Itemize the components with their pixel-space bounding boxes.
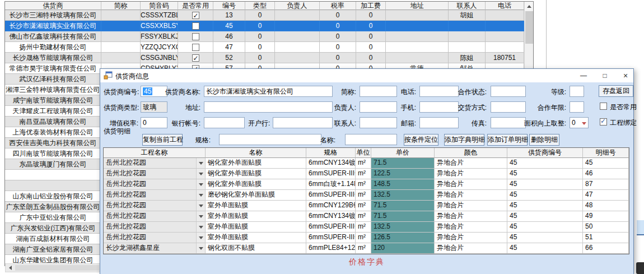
detail-cell-color[interactable]: 异地合片	[435, 169, 507, 179]
bank-input[interactable]	[273, 117, 333, 128]
project-combo[interactable]: 岳州北控花园	[104, 233, 206, 243]
cell-contact[interactable]	[449, 21, 486, 31]
detail-cell-supplier_no[interactable]: 45	[507, 201, 583, 211]
common-checkbox[interactable]	[192, 33, 199, 40]
add-dictionary-detail-button[interactable]: 添加字典明细	[444, 134, 484, 146]
delete-detail-button[interactable]: 删除明细	[529, 134, 559, 146]
cell-fee[interactable]: 0	[356, 21, 386, 31]
detail-cell-name[interactable]: 钢化室外单面贴膜	[206, 169, 306, 179]
cell-supplier[interactable]: 四川南玻节能玻璃有限公司	[5, 148, 101, 159]
detail-row[interactable]: 岳州北控花园磨砂钢化室外单面贴膜6mmSUPER-III+12A(硅...m²1…	[104, 190, 629, 201]
cell-supplier[interactable]: 长沙晟格节能玻璃有限公司	[5, 53, 101, 63]
cell-fee[interactable]: 0	[356, 31, 386, 42]
cell-supplier[interactable]	[5, 180, 101, 191]
column-header-addr[interactable]: 地址	[386, 2, 449, 10]
detail-cell-spec[interactable]: 6mmSUPER-III+12A(硅...	[306, 169, 356, 179]
detail-column-header-supplier_no[interactable]: 供货商编号	[507, 148, 583, 158]
table-row[interactable]: 长沙晟格节能玻璃有限公司CSSGJNBLYXGS52000陈姐180751	[5, 53, 524, 63]
detail-cell-color[interactable]: 异地合片	[435, 233, 507, 243]
cell-code[interactable]: CSSGJNBLYXGS	[141, 53, 178, 63]
cell-contact[interactable]: 胡姐	[449, 10, 486, 21]
detail-cell-price[interactable]: 122.5	[371, 169, 435, 179]
column-header-phone[interactable]: 电话	[486, 2, 524, 10]
detail-cell-color[interactable]: 异地合片	[435, 211, 507, 222]
cell-type[interactable]: 0	[245, 53, 275, 63]
cell-phone[interactable]	[486, 21, 524, 31]
cell-supplier[interactable]: 天津耀皮工程玻璃有限公司	[5, 106, 101, 117]
cell-supplier[interactable]: 广东兴发铝业(江西)有限公司	[5, 223, 101, 234]
cell-abbr[interactable]	[101, 10, 141, 21]
cell-code[interactable]: FSSYXBLKJ...	[141, 31, 178, 42]
detail-cell-name[interactable]: 室外单面贴膜	[206, 211, 306, 222]
common-checkbox[interactable]	[192, 54, 199, 62]
cell-tax[interactable]: 0	[320, 42, 356, 53]
cell-manager[interactable]	[275, 10, 320, 21]
maximize-button[interactable]: □	[596, 69, 613, 82]
project-combo[interactable]: 岳州北控花园	[104, 190, 206, 201]
cell-supplier[interactable]: 上海优泰装饰材料有限公司	[5, 127, 101, 138]
detail-cell-detail_no[interactable]: 47	[583, 190, 629, 201]
detail-cell-price[interactable]: 126.5	[371, 233, 435, 243]
supplier-name-input[interactable]	[204, 86, 333, 97]
column-header-common[interactable]: 是否常用	[178, 2, 213, 10]
detail-column-header-color[interactable]: 颜色	[435, 148, 507, 158]
detail-cell-supplier_no[interactable]: 45	[507, 233, 583, 243]
cell-code[interactable]: CSSXXBLSY...	[141, 21, 178, 31]
column-header-fee[interactable]: 加工费	[356, 2, 386, 10]
column-header-id[interactable]: 编号	[213, 2, 245, 10]
cell-abbr[interactable]	[101, 42, 141, 53]
cell-supplier[interactable]: 扬州中勤建材有限公司	[5, 42, 101, 53]
detail-row[interactable]: 岳州北控花园室外单面贴膜6mmSUPER-III+12A(硅...m²132.5…	[104, 222, 629, 233]
copy-current-project-button[interactable]: 复制当前工程	[142, 134, 183, 146]
detail-column-header-spec[interactable]: 规格	[306, 148, 356, 158]
cell-tax[interactable]: 0	[320, 31, 356, 42]
detail-column-header-project[interactable]: 工程名称	[104, 148, 206, 158]
table-row[interactable]: 长沙市三湘特种玻璃有限公司CSSSXTZBL...13000胡姐	[5, 10, 524, 21]
detail-column-header-name[interactable]: 名称	[206, 148, 306, 158]
cell-supplier[interactable]	[5, 170, 101, 180]
chevron-down-icon[interactable]	[196, 222, 205, 232]
cell-manager[interactable]	[275, 21, 320, 31]
cell-abbr[interactable]	[101, 31, 141, 42]
cell-tax[interactable]: 0	[320, 53, 356, 63]
detail-cell-spec[interactable]: 6mmSUPER-III+12A(硅...	[306, 222, 356, 233]
cell-common[interactable]	[178, 31, 213, 42]
cell-id[interactable]: 47	[213, 42, 245, 53]
cell-supplier[interactable]: 南昌亚晶玻璃有限公司	[5, 117, 101, 127]
detail-cell-spec[interactable]: 6mmPLE84+12A(硅酮胶...	[306, 243, 356, 254]
dialog-titlebar[interactable]: 供货商信息 — □ ×	[100, 69, 633, 82]
project-combo[interactable]: 岳州北控花园	[104, 211, 206, 222]
cell-manager[interactable]	[275, 42, 320, 53]
detail-cell-name[interactable]: 钢化室外单面贴膜	[206, 179, 306, 190]
detail-column-header-unit[interactable]: 单位	[356, 148, 371, 158]
column-header-abbr[interactable]: 简称	[101, 2, 141, 10]
cell-type[interactable]: 0	[245, 10, 275, 21]
detail-cell-detail_no[interactable]: 50	[583, 222, 629, 233]
detail-cell-supplier_no[interactable]: 45	[507, 158, 583, 169]
project-combo[interactable]: 岳州北控花园	[104, 201, 206, 211]
save-return-button[interactable]: 存盘返回	[599, 85, 633, 97]
cell-common[interactable]	[178, 42, 213, 53]
detail-cell-unit[interactable]: m²	[356, 158, 371, 169]
chevron-down-icon[interactable]	[196, 243, 205, 253]
detail-row[interactable]: 岳州北控花园室外单面贴膜6mmCNY129B镀膜钢化m²71.5异地合片4548	[104, 201, 629, 211]
project-combo[interactable]: 长沙龙湖祺鑫星座	[104, 243, 206, 254]
table-row[interactable]: 长沙市潇湘玻璃实业有限公司CSSXXBLSY...45000	[5, 21, 524, 31]
detail-cell-color[interactable]: 异地合片	[435, 243, 507, 254]
column-header-type[interactable]: 类型	[245, 2, 275, 10]
cell-supplier[interactable]: 常德市昊宇玻璃有限责任公司	[5, 63, 101, 74]
phone-input[interactable]	[419, 86, 459, 97]
cell-addr[interactable]	[386, 10, 449, 21]
detail-cell-spec[interactable]: 6mm白玻+1.14PVB+6mm...	[306, 179, 356, 190]
detail-cell-spec[interactable]: 6mmCNY134镀膜钢化	[306, 211, 356, 222]
cell-supplier[interactable]: 广东坚朗五金制品股份有限公司	[5, 202, 101, 212]
add-order-detail-button[interactable]: 添加订单明细	[487, 134, 528, 146]
detail-row[interactable]: 岳州北控花园钢化室外单面贴膜6mm白玻+1.14PVB+6mm...m²148.…	[104, 179, 629, 190]
detail-column-header-detail_no[interactable]: 明细号	[583, 148, 629, 158]
detail-cell-supplier_no[interactable]: 45	[507, 211, 583, 222]
detail-cell-unit[interactable]: m²	[356, 233, 371, 243]
detail-cell-supplier_no[interactable]: 45	[507, 190, 583, 201]
cell-addr[interactable]	[386, 42, 449, 53]
cell-id[interactable]: 13	[213, 10, 245, 21]
cell-common[interactable]	[178, 21, 213, 31]
